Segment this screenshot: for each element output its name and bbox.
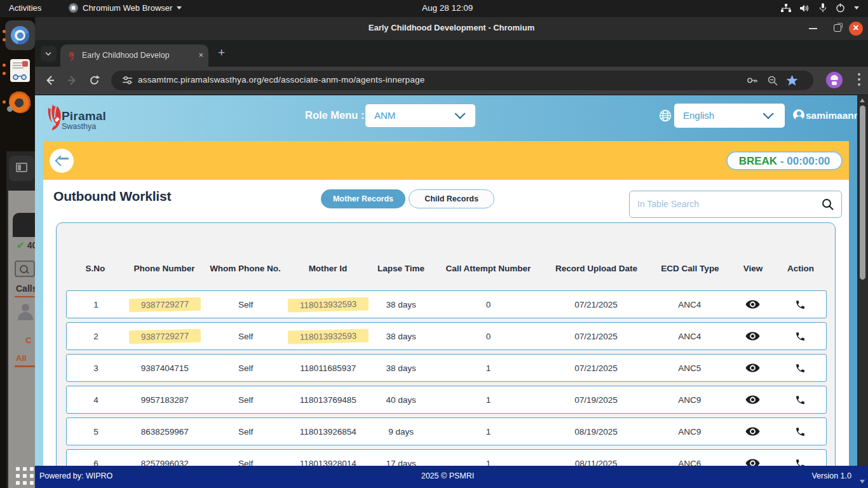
tab-child-records[interactable]: Child Records xyxy=(409,189,494,208)
cell-action[interactable] xyxy=(774,363,826,374)
window-titlebar[interactable]: Early Childhood Development - Chromium × xyxy=(35,17,868,40)
cell-view[interactable] xyxy=(731,426,774,437)
username[interactable]: samimaanm xyxy=(806,110,863,121)
call-phone-icon[interactable] xyxy=(795,395,806,405)
call-phone-icon[interactable] xyxy=(795,426,806,437)
cell-action[interactable] xyxy=(774,331,826,342)
dock-dot xyxy=(3,30,6,33)
content-sheet: Outbound Worklist Mother Records Child R… xyxy=(43,180,849,488)
view-eye-icon[interactable] xyxy=(745,331,760,341)
all-tab-label[interactable]: All xyxy=(16,353,27,363)
role-menu-chevron-icon xyxy=(455,109,466,119)
view-eye-icon[interactable] xyxy=(745,363,760,373)
cell-upload-date: 08/19/2025 xyxy=(544,427,649,437)
password-key-icon[interactable] xyxy=(747,75,759,86)
cell-call-type: ANC9 xyxy=(648,427,731,437)
cell-phone: 8638259967 xyxy=(125,427,205,437)
background-card xyxy=(13,213,35,237)
show-applications-icon[interactable] xyxy=(16,467,35,488)
tab-favicon xyxy=(67,51,77,61)
cell-phone: 9387729277 xyxy=(125,298,205,311)
column-header-mother-id: Mother Id xyxy=(287,264,369,273)
column-header-phone-number: Phone Number xyxy=(125,264,204,273)
contact-avatar-icon xyxy=(17,304,34,320)
logo-text-swasthya: Swasthya xyxy=(62,122,96,131)
cell-view[interactable] xyxy=(731,331,774,341)
back-arrow-icon xyxy=(55,156,66,166)
page-scrollbar[interactable] xyxy=(857,95,868,466)
bookmark-star-icon[interactable] xyxy=(786,74,798,86)
clock[interactable]: Aug 28 12:09 xyxy=(422,3,473,13)
doc-red-badge xyxy=(22,61,28,67)
dock-item-call-app[interactable] xyxy=(9,90,32,113)
footer-version: Version 1.0 xyxy=(811,471,851,480)
tab-mother-records[interactable]: Mother Records xyxy=(321,189,405,208)
site-settings-icon[interactable] xyxy=(122,75,133,86)
cell-lapse: 38 days xyxy=(369,363,433,373)
chromium-mini-icon xyxy=(69,3,78,13)
url-text[interactable]: assamtmc.piramalswasthya.org/ecd/associa… xyxy=(138,75,424,85)
language-select[interactable]: English xyxy=(674,104,785,128)
glasses-icon xyxy=(12,74,27,80)
back-button[interactable] xyxy=(43,74,57,87)
dock-item-chromium[interactable] xyxy=(5,20,35,50)
system-tray[interactable] xyxy=(781,3,859,13)
cell-mother-id: 118013926854 xyxy=(287,427,369,437)
app-menu[interactable]: Chromium Web Browser xyxy=(69,3,182,13)
address-bar[interactable]: assamtmc.piramalswasthya.org/ecd/associa… xyxy=(111,71,813,90)
activities-button[interactable]: Activities xyxy=(9,3,41,13)
ubuntu-top-bar: Activities Chromium Web Browser Aug 28 1… xyxy=(0,0,868,17)
cell-action[interactable] xyxy=(774,299,826,310)
forward-button[interactable] xyxy=(65,74,79,87)
call-phone-icon[interactable] xyxy=(795,299,806,310)
desktop-left-column: ✔ 40 Calls C All xyxy=(0,17,35,488)
page-scrollbar-bottom[interactable] xyxy=(857,466,868,488)
browser-menu-icon[interactable] xyxy=(858,73,860,87)
profile-avatar[interactable] xyxy=(826,72,843,88)
cell-sno: 1 xyxy=(67,300,125,309)
dock-item-document-viewer[interactable] xyxy=(10,59,30,82)
cell-sno: 2 xyxy=(67,332,125,341)
role-menu-select[interactable]: ANM xyxy=(365,104,475,127)
cell-attempts: 1 xyxy=(433,363,544,373)
scrollbar-down-arrow[interactable] xyxy=(860,480,865,484)
calls-tab-label[interactable]: Calls xyxy=(16,283,35,294)
cell-view[interactable] xyxy=(731,299,774,309)
tab-search-button[interactable] xyxy=(41,46,57,62)
call-phone-icon[interactable] xyxy=(795,363,806,374)
scrollbar-up-arrow[interactable] xyxy=(860,98,865,102)
browser-tab[interactable]: Early Childhood Develop × xyxy=(60,44,208,67)
tab-close-icon[interactable]: × xyxy=(198,50,203,60)
search-icon[interactable] xyxy=(822,198,834,210)
cell-action[interactable] xyxy=(774,395,826,405)
call-phone-icon[interactable] xyxy=(795,331,806,342)
cell-view[interactable] xyxy=(731,395,774,405)
sidebar-toggle-icon xyxy=(16,163,27,172)
minimize-button[interactable] xyxy=(809,28,817,29)
close-button[interactable]: × xyxy=(849,22,863,36)
globe-icon xyxy=(659,109,672,122)
maximize-button[interactable] xyxy=(834,24,841,32)
view-eye-icon[interactable] xyxy=(745,426,760,437)
scrollbar-thumb[interactable] xyxy=(860,105,865,280)
zoom-icon[interactable] xyxy=(767,75,778,86)
page-back-button[interactable] xyxy=(50,149,74,173)
network-icon xyxy=(781,4,791,13)
cell-view[interactable] xyxy=(731,363,774,373)
column-header-record-upload-date: Record Upload Date xyxy=(544,264,649,273)
table-row-4: 49957183287Self11801376948540 days107/19… xyxy=(66,386,827,414)
table-card: S.NoPhone NumberWhom Phone No.Mother IdL… xyxy=(56,222,836,488)
background-search-field[interactable] xyxy=(15,261,35,277)
new-tab-button[interactable]: + xyxy=(218,48,229,58)
cell-sno: 5 xyxy=(67,427,125,437)
view-eye-icon[interactable] xyxy=(745,299,760,309)
break-timer-button[interactable]: BREAK - 00:00:00 xyxy=(726,151,843,170)
table-row-5: 58638259967Self1180139268549 days108/19/… xyxy=(66,417,827,445)
web-page: Piramal Swasthya Role Menu : ANM English… xyxy=(35,95,868,488)
table-search-input[interactable]: In Table Search xyxy=(629,191,842,218)
cell-upload-date: 07/19/2025 xyxy=(544,395,649,405)
sidebar-toggle-button[interactable] xyxy=(9,156,34,181)
reload-button[interactable] xyxy=(88,74,101,87)
view-eye-icon[interactable] xyxy=(745,395,760,405)
cell-action[interactable] xyxy=(774,426,826,437)
